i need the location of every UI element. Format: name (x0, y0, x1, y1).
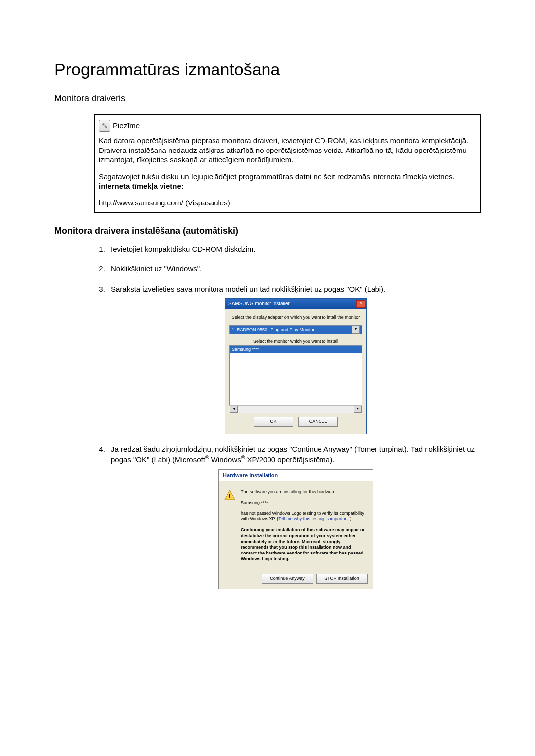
scroll-left-icon[interactable]: ◂ (230, 406, 238, 413)
step-3-text: Sarakstā izvēlieties sava monitora model… (111, 285, 385, 293)
monitor-list-item[interactable]: Samsung **** (230, 346, 362, 353)
note-paragraph-2: Sagatavojiet tukšu disku un Iejupielādēj… (99, 172, 476, 191)
note-p2-text: Sagatavojiet tukšu disku un Iejupielādēj… (99, 172, 455, 181)
note-icon: ✎ (99, 120, 110, 132)
page-title: Programmatūras izmantošana (54, 60, 481, 79)
step-2: Noklikšķiniet uz "Windows". (107, 264, 481, 274)
hardware-dialog: Hardware Installation ! The software you… (218, 469, 373, 590)
installer-dialog: SAMSUNG monitor installer × Select the d… (225, 298, 367, 434)
reg-mark: ® (205, 454, 209, 460)
note-box: ✎ Piezīme Kad datora operētājsistēma pie… (94, 114, 481, 213)
hw-line-2: Samsung **** (241, 500, 368, 506)
cancel-button[interactable]: CANCEL (298, 417, 338, 427)
close-icon[interactable]: × (356, 300, 365, 308)
steps-list: Ievietojiet kompaktdisku CD-ROM diskdzin… (94, 244, 481, 589)
hw-line-1: The software you are installing for this… (241, 489, 368, 495)
step-4: Ja redzat šādu ziņojumlodziņu, noklikšķi… (107, 444, 481, 589)
tell-me-why-link[interactable]: Tell me why this testing is important. (278, 516, 350, 521)
installer-title-text: SAMSUNG monitor installer (228, 301, 290, 307)
monitor-list[interactable]: Samsung **** (229, 345, 362, 405)
continue-anyway-button[interactable]: Continue Anyway (262, 574, 313, 584)
note-label: Piezīme (113, 121, 140, 131)
installer-label-2: Select the monitor which you want to ins… (229, 338, 362, 344)
step-4-text-c: XP/2000 operētājsistēma). (245, 455, 334, 464)
warning-icon: ! (224, 489, 236, 501)
adapter-select[interactable]: 1. RADEON 9550 : Plug and Play Monitor ▾ (229, 325, 362, 334)
hw-line-3: has not passed Windows Logo testing to v… (241, 511, 368, 522)
scroll-right-icon[interactable]: ▸ (354, 406, 362, 413)
section-auto-install: Monitora draivera instalēšana (automātis… (54, 226, 481, 236)
step-1: Ievietojiet kompaktdisku CD-ROM diskdzin… (107, 244, 481, 254)
hw-line-3b: ) (350, 516, 351, 521)
note-url: http://www.samsung.com/ (Vispasaules) (99, 198, 476, 208)
step-3: Sarakstā izvēlieties sava monitora model… (107, 284, 481, 435)
top-rule (54, 35, 481, 35)
step-4-text-b: Windows (209, 455, 241, 464)
svg-text:!: ! (229, 492, 231, 500)
horizontal-scrollbar[interactable]: ◂ ▸ (229, 405, 362, 413)
ok-button[interactable]: OK (254, 417, 293, 427)
section-monitor-driver: Monitora draiveris (54, 93, 481, 103)
hardware-dialog-title: Hardware Installation (219, 470, 373, 482)
chevron-down-icon[interactable]: ▾ (352, 326, 360, 334)
note-site-label: interneta tīmekļa vietne: (99, 182, 184, 190)
installer-label-1: Select the display adapter on which you … (229, 314, 362, 320)
installer-titlebar: SAMSUNG monitor installer × (225, 299, 366, 309)
adapter-select-value: 1. RADEON 9550 : Plug and Play Monitor (232, 327, 315, 333)
bottom-rule (54, 614, 481, 614)
stop-installation-button[interactable]: STOP Installation (316, 574, 368, 584)
hw-warning-paragraph: Continuing your installation of this sof… (241, 527, 368, 562)
note-paragraph-1: Kad datora operētājsistēma pieprasa moni… (99, 136, 476, 165)
